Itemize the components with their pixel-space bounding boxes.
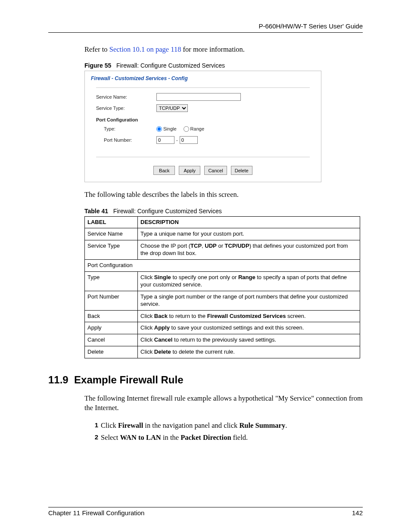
table-cell-label: Cancel [85,334,138,346]
delete-button[interactable]: Delete [231,166,252,175]
table-cell-label: Service Name [85,228,138,240]
port-separator: - [176,137,178,143]
section-heading: 11.9 Example Firewall Rule [48,374,363,386]
back-button[interactable]: Back [153,166,175,175]
table-row: CancelClick Cancel to return to the prev… [85,334,360,346]
table-cell-label: Delete [85,346,138,358]
figure-label: Figure 55 [84,62,111,69]
table-cell-description: Click Delete to delete the current rule. [138,346,360,358]
table-row: ApplyClick Apply to save your customized… [85,322,360,334]
separator [96,157,310,157]
table-cell-label: Type [85,271,138,291]
radio-single[interactable] [156,126,162,132]
document-header: P-660H/HW/W-T Series User' Guide [48,22,363,30]
port-number-label: Port Number: [104,137,156,143]
step-text: Click Firewall in the navigation panel a… [101,421,287,430]
intro-paragraph: Refer to Section 10.1 on page 118 for mo… [84,45,363,54]
port-configuration-heading: Port Configuration [96,117,310,122]
steps-list: 1Click Firewall in the navigation panel … [90,421,363,443]
table-caption: Table 41 Firewall: Configure Customized … [84,208,363,215]
screenshot-title: Firewall - Customized Services - Config [85,71,321,84]
apply-button[interactable]: Apply [179,166,200,175]
table-cell-description: Click Cancel to return to the previously… [138,334,360,346]
table-row: Port NumberType a single port number or … [85,291,360,310]
table-label: Table 41 [84,208,108,215]
table-row: TypeClick Single to specify one port onl… [85,271,360,291]
radio-range[interactable] [184,126,189,132]
table-row: Service TypeChoose the IP port (TCP, UDP… [85,240,360,260]
figure-caption-text: Firewall: Configure Customized Services [116,62,225,69]
table-cell-description: Click Apply to save your customized sett… [138,322,360,334]
th-description: DESCRIPTION [138,216,360,228]
intro-pre: Refer to [84,45,109,53]
footer-divider [48,507,363,507]
table-row: Service NameType a unique name for your … [85,228,360,240]
radio-range-label: Range [190,126,204,131]
th-label: LABEL [85,216,138,228]
list-item: 2Select WAN to LAN in the Packet Directi… [90,433,363,442]
section-title: Example Firewall Rule [74,374,183,386]
table-row: DeleteClick Delete to delete the current… [85,346,360,358]
step-number: 1 [90,421,98,430]
table-row: Port Configuration [85,260,360,272]
cancel-button[interactable]: Cancel [204,166,227,175]
definition-table: LABEL DESCRIPTION Service NameType a uni… [84,216,360,359]
port-to-input[interactable] [180,136,198,144]
table-cell-description: Type a single port number or the range o… [138,291,360,310]
page-footer: Chapter 11 Firewall Configuration 142 [48,507,363,516]
table-cell-span: Port Configuration [85,260,360,272]
list-item: 1Click Firewall in the navigation panel … [90,421,363,430]
table-caption-text: Firewall: Configure Customized Services [113,208,222,215]
table-cell-label: Apply [85,322,138,334]
section-link[interactable]: Section 10.1 on page 118 [109,45,181,53]
separator [96,87,310,88]
table-cell-description: Click Back to return to the Firewall Cus… [138,310,360,322]
radio-single-label: Single [163,126,177,131]
table-cell-label: Port Number [85,291,138,310]
service-name-input[interactable] [156,93,241,101]
figure-caption: Figure 55 Firewall: Configure Customized… [84,62,363,69]
table-header-row: LABEL DESCRIPTION [85,216,360,228]
step-number: 2 [90,433,98,442]
guide-title: P-660H/HW/W-T Series User' Guide [258,22,363,30]
section-intro-paragraph: The following Internet firewall rule exa… [84,394,363,413]
step-text: Select WAN to LAN in the Packet Directio… [101,433,248,442]
table-row: BackClick Back to return to the Firewall… [85,310,360,322]
chapter-name: Chapter 11 Firewall Configuration [48,509,144,516]
port-from-input[interactable] [156,136,174,144]
table-cell-description: Type a unique name for your custom port. [138,228,360,240]
table-cell-label: Service Type [85,240,138,260]
service-type-label: Service Type: [96,106,156,111]
table-cell-description: Click Single to specify one port only or… [138,271,360,291]
intro-post: for more information. [181,45,245,53]
header-divider [48,32,363,33]
table-cell-description: Choose the IP port (TCP, UDP or TCP/UDP)… [138,240,360,260]
firewall-config-screenshot: Firewall - Customized Services - Config … [84,71,321,182]
page-number: 142 [352,509,363,516]
service-type-dropdown[interactable]: TCP/UDP [156,104,188,112]
section-number: 11.9 [48,374,68,386]
service-name-label: Service Name: [96,94,156,100]
table-cell-label: Back [85,310,138,322]
table-intro-paragraph: The following table describes the labels… [84,190,363,199]
type-label: Type: [104,126,156,131]
